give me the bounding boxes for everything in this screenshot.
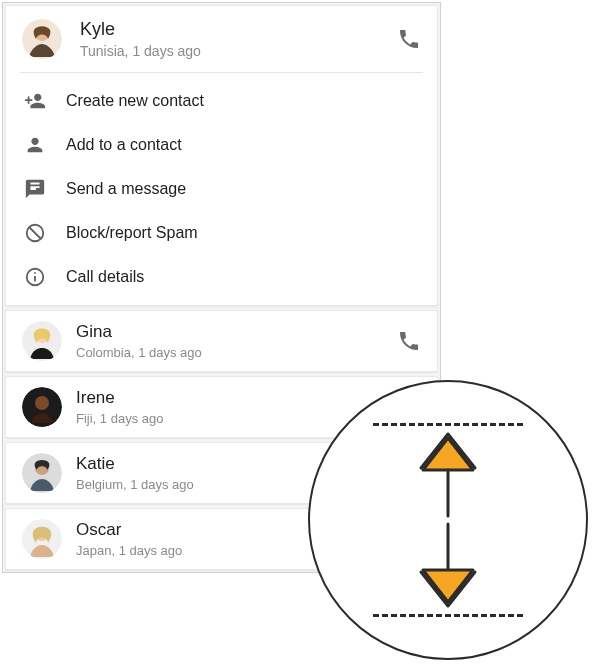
svg-point-6 — [34, 272, 36, 274]
message-icon — [24, 178, 46, 200]
scroll-gesture-overlay — [308, 380, 588, 660]
context-menu: Create new contact Add to a contact Send… — [20, 72, 423, 305]
menu-label: Send a message — [66, 180, 186, 198]
avatar — [22, 19, 62, 59]
dashed-boundary-bottom — [373, 614, 523, 617]
contact-meta: Tunisia, 1 days ago — [80, 43, 397, 61]
avatar — [22, 321, 62, 361]
menu-call-details[interactable]: Call details — [20, 255, 423, 299]
contact-name: Kyle — [80, 18, 397, 41]
avatar — [22, 519, 62, 559]
phone-icon[interactable] — [397, 329, 421, 353]
arrow-down-icon — [413, 522, 483, 612]
phone-icon[interactable] — [397, 27, 421, 51]
contact-row[interactable]: Kyle Tunisia, 1 days ago — [6, 6, 437, 72]
svg-point-10 — [35, 396, 49, 410]
arrow-up-icon — [413, 428, 483, 518]
menu-label: Add to a contact — [66, 136, 182, 154]
info-icon — [24, 266, 46, 288]
contact-info: Kyle Tunisia, 1 days ago — [80, 18, 397, 60]
contact-meta: Colombia, 1 days ago — [76, 345, 397, 361]
contact-card-expanded: Kyle Tunisia, 1 days ago Create new cont… — [5, 5, 438, 306]
dashed-boundary-top — [373, 423, 523, 426]
menu-send-message[interactable]: Send a message — [20, 167, 423, 211]
block-icon — [24, 222, 46, 244]
contact-info: Gina Colombia, 1 days ago — [76, 321, 397, 361]
contact-card[interactable]: Gina Colombia, 1 days ago — [5, 310, 438, 372]
avatar — [22, 453, 62, 493]
menu-label: Block/report Spam — [66, 224, 198, 242]
avatar — [22, 387, 62, 427]
menu-add-to-contact[interactable]: Add to a contact — [20, 123, 423, 167]
menu-block-spam[interactable]: Block/report Spam — [20, 211, 423, 255]
menu-label: Create new contact — [66, 92, 204, 110]
contact-name: Gina — [76, 321, 397, 342]
menu-create-contact[interactable]: Create new contact — [20, 79, 423, 123]
menu-label: Call details — [66, 268, 144, 286]
svg-line-3 — [30, 228, 41, 239]
person-icon — [24, 134, 46, 156]
add-contact-icon — [24, 90, 46, 112]
